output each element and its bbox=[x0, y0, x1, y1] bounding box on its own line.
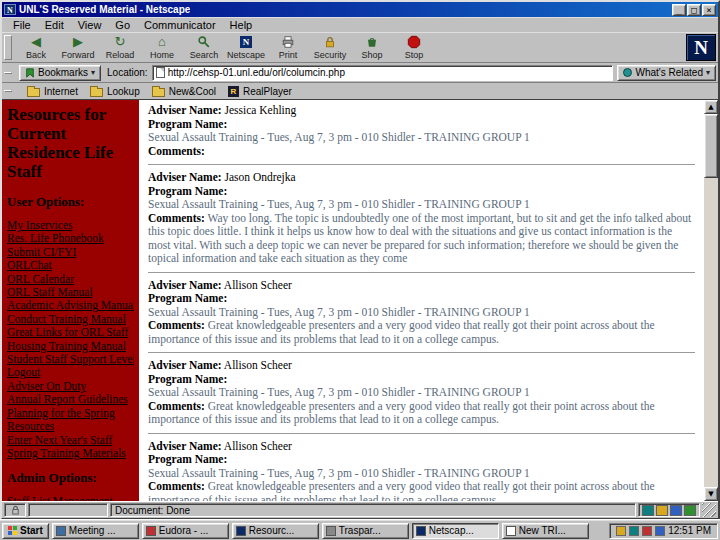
shop-button[interactable]: Shop bbox=[351, 34, 393, 61]
display-icon[interactable] bbox=[629, 526, 639, 536]
entry-divider bbox=[148, 164, 695, 165]
menu-edit[interactable]: Edit bbox=[38, 18, 71, 32]
whats-related-button[interactable]: What's Related ▾ bbox=[617, 65, 716, 81]
menu-view[interactable]: View bbox=[71, 18, 109, 32]
taskbar-item-netscape[interactable]: Netscap... bbox=[412, 523, 499, 539]
scroll-down-button[interactable]: ▼ bbox=[704, 487, 718, 501]
search-button[interactable]: Search bbox=[183, 34, 225, 61]
personal-item-realplayer[interactable]: R RealPlayer bbox=[228, 86, 292, 97]
taskbar-item-new-tri[interactable]: New TRI... bbox=[502, 523, 589, 539]
stop-button[interactable]: Stop bbox=[393, 34, 435, 61]
personal-item-lookup[interactable]: Lookup bbox=[90, 86, 140, 97]
sidebar-link-annual-report[interactable]: Annual Report Guidelines bbox=[7, 393, 134, 406]
url-input[interactable] bbox=[168, 67, 610, 79]
sidebar-link-orlchat[interactable]: ORLChat bbox=[7, 259, 134, 272]
netscape-logo[interactable]: N bbox=[686, 34, 716, 61]
netscape-app-icon: N bbox=[4, 4, 16, 15]
navigator-icon[interactable] bbox=[642, 505, 654, 516]
adviser-name-label: Adviser Name: bbox=[148, 279, 222, 291]
scroll-up-button[interactable]: ▲ bbox=[704, 100, 718, 114]
antivirus-icon[interactable] bbox=[642, 526, 652, 536]
newsgroups-icon[interactable] bbox=[670, 505, 682, 516]
windows-logo-icon bbox=[8, 526, 17, 535]
adviser-name-label: Adviser Name: bbox=[148, 359, 222, 371]
locbar-collapse-handle[interactable] bbox=[4, 72, 12, 74]
start-button[interactable]: Start bbox=[2, 523, 49, 539]
security-lock-icon bbox=[323, 35, 337, 49]
netscape-button[interactable]: N Netscape bbox=[225, 34, 267, 61]
mailbox-icon[interactable] bbox=[656, 505, 668, 516]
network-icon[interactable] bbox=[655, 526, 665, 536]
security-button[interactable]: Security bbox=[309, 34, 351, 61]
print-button[interactable]: Print bbox=[267, 34, 309, 61]
sidebar-link-orl-staff-manual[interactable]: ORL Staff Manual bbox=[7, 286, 134, 299]
comments-label: Comments: bbox=[148, 212, 205, 224]
comments-text: Great knowledgeable presenters and a ver… bbox=[148, 480, 655, 501]
security-indicator[interactable] bbox=[4, 503, 26, 517]
reload-button[interactable]: ↻ Reload bbox=[99, 34, 141, 61]
personal-toolbar: Internet Lookup New&Cool R RealPlayer bbox=[2, 83, 718, 100]
close-button[interactable]: × bbox=[702, 4, 716, 16]
sidebar-link-resources[interactable]: Resources bbox=[7, 420, 134, 433]
sidebar-link-housing-training[interactable]: Housing Training Manual bbox=[7, 340, 134, 353]
page-title: Resources for Current Residence Life Sta… bbox=[7, 105, 134, 181]
sidebar-link-phonebook[interactable]: Res. Life Phonebook bbox=[7, 232, 134, 245]
status-text: Document: Done bbox=[110, 503, 636, 517]
menu-file[interactable]: File bbox=[6, 18, 38, 32]
taskbar-item-meeting[interactable]: Meeting ... bbox=[52, 523, 139, 539]
persbar-collapse-handle[interactable] bbox=[4, 90, 12, 92]
entry-divider bbox=[148, 352, 695, 353]
app-icon bbox=[506, 526, 516, 536]
folder-icon bbox=[90, 88, 103, 97]
composer-icon[interactable] bbox=[684, 505, 696, 516]
sidebar-link-planning-spring[interactable]: Planning for the Spring bbox=[7, 407, 134, 420]
search-icon bbox=[197, 35, 211, 49]
sidebar-link-great-links[interactable]: Great Links for ORL Staff bbox=[7, 326, 134, 339]
sidebar-link-orl-calendar[interactable]: ORL Calendar bbox=[7, 273, 134, 286]
scrollbar-track[interactable] bbox=[704, 114, 718, 487]
resize-grip[interactable] bbox=[702, 503, 716, 517]
app-icon bbox=[56, 526, 66, 536]
program-name: Sexual Assault Training - Tues, Aug 7, 3… bbox=[148, 306, 695, 320]
url-field-container bbox=[152, 65, 614, 81]
maximize-button[interactable]: □ bbox=[687, 4, 701, 16]
app-icon bbox=[326, 526, 336, 536]
globe-icon bbox=[623, 68, 632, 77]
page-icon[interactable] bbox=[156, 67, 165, 78]
main-content: Adviser Name: Jessica Kehling Program Na… bbox=[139, 100, 704, 501]
sidebar-link-adviser-on-duty[interactable]: Adviser On Duty bbox=[7, 380, 134, 393]
personal-item-internet[interactable]: Internet bbox=[27, 86, 78, 97]
minimize-button[interactable]: _ bbox=[672, 4, 686, 16]
sidebar-link-support-levels[interactable]: Student Staff Support Levels bbox=[7, 353, 134, 366]
entry-divider bbox=[148, 272, 695, 273]
entry-divider bbox=[148, 433, 695, 434]
personal-item-newcool[interactable]: New&Cool bbox=[152, 86, 216, 97]
forward-icon: ▶ bbox=[73, 35, 83, 49]
toolbar-collapse-handle[interactable] bbox=[4, 35, 12, 60]
sidebar-link-my-inservices[interactable]: My Inservices bbox=[7, 219, 134, 232]
menu-go[interactable]: Go bbox=[108, 18, 137, 32]
sidebar-link-conduct-training[interactable]: Conduct Training Manual bbox=[7, 313, 134, 326]
folder-icon bbox=[27, 88, 40, 97]
taskbar-item-resources[interactable]: Resourc... bbox=[232, 523, 319, 539]
taskbar-item-traspar[interactable]: Traspar... bbox=[322, 523, 409, 539]
bookmarks-button[interactable]: Bookmarks ▾ bbox=[19, 65, 101, 81]
menu-communicator[interactable]: Communicator bbox=[137, 18, 223, 32]
sidebar-link-next-years-staff[interactable]: Enter Next Year's Staff bbox=[7, 434, 134, 447]
taskbar-item-eudora[interactable]: Eudora - ... bbox=[142, 523, 229, 539]
volume-icon[interactable] bbox=[616, 526, 626, 536]
back-button[interactable]: ◀ Back bbox=[15, 34, 57, 61]
sidebar-link-academic-advising[interactable]: Academic Advising Manual bbox=[7, 299, 134, 312]
menu-help[interactable]: Help bbox=[223, 18, 260, 32]
comments-label: Comments: bbox=[148, 400, 205, 412]
scrollbar-thumb[interactable] bbox=[704, 114, 718, 178]
sidebar-link-logout[interactable]: Logout bbox=[7, 366, 134, 379]
home-button[interactable]: ⌂ Home bbox=[141, 34, 183, 61]
adviser-name-label: Adviser Name: bbox=[148, 440, 222, 452]
chevron-down-icon: ▾ bbox=[706, 68, 710, 77]
home-icon: ⌂ bbox=[158, 35, 166, 49]
adviser-name: Allison Scheer bbox=[224, 279, 292, 291]
sidebar-link-spring-training[interactable]: Spring Training Materials bbox=[7, 447, 134, 460]
sidebar-link-submit-ci-fyi[interactable]: Submit CI/FYI bbox=[7, 246, 134, 259]
forward-button[interactable]: ▶ Forward bbox=[57, 34, 99, 61]
